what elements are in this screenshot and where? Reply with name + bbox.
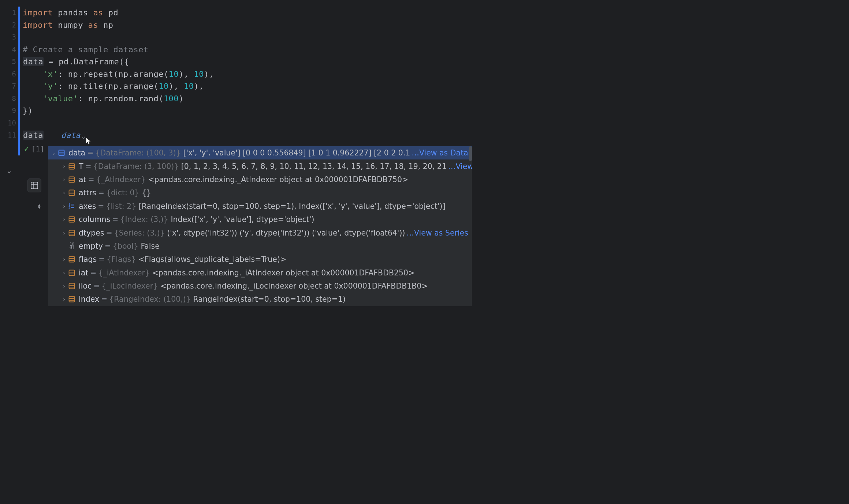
object-icon — [57, 149, 66, 157]
var-name: data — [68, 148, 85, 157]
code-line[interactable]: 'y': np.tile(np.arange(10), 10), — [23, 80, 849, 93]
variable-row[interactable]: ›T={DataFrame: (3, 100)} [0, 1, 2, 3, 4,… — [48, 159, 472, 173]
sort-stepper[interactable]: ▲▼ — [36, 202, 42, 211]
variable-row[interactable]: ›iat={_iAtIndexer} <pandas.core.indexing… — [48, 266, 472, 279]
svg-rect-9 — [69, 177, 75, 182]
table-view-button[interactable] — [27, 178, 41, 192]
object-icon — [68, 162, 76, 170]
view-as-dataframe-link[interactable]: …View as DataFrame — [412, 148, 472, 157]
line-number: 9 — [0, 105, 16, 117]
line-number: 5 — [0, 56, 16, 68]
chevron-right-icon[interactable]: › — [60, 217, 68, 222]
svg-rect-20 — [69, 217, 75, 222]
svg-rect-0 — [31, 182, 38, 189]
code-line[interactable]: # Create a sample dataset — [23, 44, 849, 56]
var-value: <pandas.core.indexing._iAtIndexer object… — [152, 268, 415, 277]
variable-row[interactable]: ›flags={Flags} <Flags(allows_duplicate_l… — [48, 253, 472, 266]
code-line[interactable]: import pandas as pd — [23, 7, 849, 19]
chevron-right-icon[interactable]: › — [60, 296, 68, 302]
code-line[interactable]: 'value': np.random.rand(100) — [23, 93, 849, 105]
var-name: index — [79, 295, 99, 304]
line-number: 7 — [0, 80, 16, 93]
var-type: {RangeIndex: (100,)} — [109, 295, 191, 304]
var-type: {Flags} — [107, 255, 136, 264]
svg-rect-32 — [69, 283, 75, 289]
chevron-right-icon[interactable]: › — [60, 203, 68, 209]
code-line[interactable]: datadata⌄ — [23, 129, 849, 142]
chevron-right-icon[interactable]: › — [60, 256, 68, 262]
object-icon — [68, 229, 76, 237]
chevron-right-icon[interactable]: › — [60, 190, 68, 196]
chevron-right-icon[interactable]: › — [60, 270, 68, 276]
view-link[interactable]: …View as DataFrame — [448, 162, 472, 171]
svg-rect-3 — [59, 150, 64, 156]
line-number: 8 — [0, 93, 16, 105]
var-type: {Series: (3,)} — [114, 229, 165, 237]
var-type: {_iLocIndexer} — [101, 282, 158, 290]
line-number: 4 — [0, 44, 16, 56]
var-type: {DataFrame: (3, 100)} — [93, 162, 179, 171]
line-number: 6 — [0, 68, 16, 80]
var-value: ['x', 'y', 'value'] [0 0 0 0.556849] [1 … — [183, 148, 410, 157]
chevron-right-icon[interactable]: › — [60, 283, 68, 289]
var-name: T — [79, 162, 83, 171]
chevron-right-icon[interactable]: › — [60, 230, 68, 236]
chevron-down-icon[interactable]: ⌄ — [0, 166, 18, 174]
var-value: Index(['x', 'y', 'value'], dtype='object… — [171, 215, 314, 224]
variable-row[interactable]: ›attrs={dict: 0} {} — [48, 186, 472, 199]
bool-icon: 10 01 — [68, 242, 76, 250]
var-name: at — [79, 175, 86, 184]
var-type: {_AtIndexer} — [96, 175, 146, 184]
view-link[interactable]: …View as Series — [407, 229, 468, 237]
list-icon: 12 — [68, 202, 76, 210]
line-number: 10 — [0, 117, 16, 129]
line-number: 3 — [0, 31, 16, 44]
svg-text:2: 2 — [68, 206, 70, 210]
var-value: <pandas.core.indexing._iLocIndexer objec… — [160, 282, 428, 290]
svg-rect-12 — [69, 190, 75, 196]
code-line[interactable]: }) — [23, 105, 849, 117]
variable-row[interactable]: ›12axes={list: 2} [RangeIndex(start=0, s… — [48, 200, 472, 213]
variable-row[interactable]: ›columns={Index: (3,)} Index(['x', 'y', … — [48, 213, 472, 226]
code-line[interactable]: 'x': np.repeat(np.arange(10), 10), — [23, 68, 849, 80]
var-type: {dict: 0} — [106, 188, 139, 197]
code-line[interactable] — [23, 117, 849, 129]
var-name: iloc — [79, 282, 92, 290]
variable-row[interactable]: 10 01empty={bool} False — [48, 240, 472, 253]
svg-rect-26 — [69, 257, 75, 262]
code-area[interactable]: import pandas as pd import numpy as np #… — [18, 7, 849, 155]
var-type: {bool} — [113, 242, 138, 251]
svg-rect-29 — [69, 270, 75, 275]
var-name: empty — [79, 242, 103, 251]
var-value: {} — [142, 188, 151, 197]
object-icon — [68, 189, 76, 197]
svg-rect-6 — [69, 163, 75, 169]
var-type: {DataFrame: (100, 3)} — [95, 148, 181, 157]
code-line[interactable] — [23, 31, 849, 44]
variable-row[interactable]: ›at={_AtIndexer} <pandas.core.indexing._… — [48, 173, 472, 186]
chevron-right-icon[interactable]: › — [60, 177, 68, 183]
var-value: [0, 1, 2, 3, 4, 5, 6, 7, 8, 9, 10, 11, 1… — [181, 162, 447, 171]
variable-row[interactable]: ›dtypes={Series: (3,)} ('x', dtype('int3… — [48, 226, 472, 239]
object-icon — [68, 282, 76, 290]
var-name: columns — [79, 215, 110, 224]
var-name: flags — [79, 255, 97, 264]
chevron-right-icon[interactable]: › — [60, 163, 68, 169]
var-value: ('x', dtype('int32')) ('y', dtype('int32… — [167, 229, 405, 237]
code-line[interactable]: import numpy as np — [23, 19, 849, 31]
scrollbar[interactable] — [469, 146, 472, 161]
variable-row-root[interactable]: ⌄ data = {DataFrame: (100, 3)} ['x', 'y'… — [48, 146, 472, 159]
var-name: axes — [79, 202, 96, 211]
variable-row[interactable]: ›index={RangeIndex: (100,)} RangeIndex(s… — [48, 293, 472, 306]
variable-inspector-popup[interactable]: ⌄ data = {DataFrame: (100, 3)} ['x', 'y'… — [48, 146, 472, 306]
var-value: <pandas.core.indexing._AtIndexer object … — [148, 175, 408, 184]
object-icon — [68, 176, 76, 184]
var-name: attrs — [79, 188, 96, 197]
code-line[interactable]: data = pd.DataFrame({ — [23, 56, 849, 68]
chevron-down-icon[interactable]: ⌄ — [81, 130, 86, 142]
gutter: 1 2 3 4 5 6 7 8 9 10 11 — [0, 7, 18, 155]
var-type: {list: 2} — [106, 202, 137, 211]
chevron-down-icon[interactable]: ⌄ — [50, 150, 57, 156]
variable-row[interactable]: ›iloc={_iLocIndexer} <pandas.core.indexi… — [48, 279, 472, 293]
inline-value-hint[interactable]: data⌄ — [61, 131, 86, 140]
